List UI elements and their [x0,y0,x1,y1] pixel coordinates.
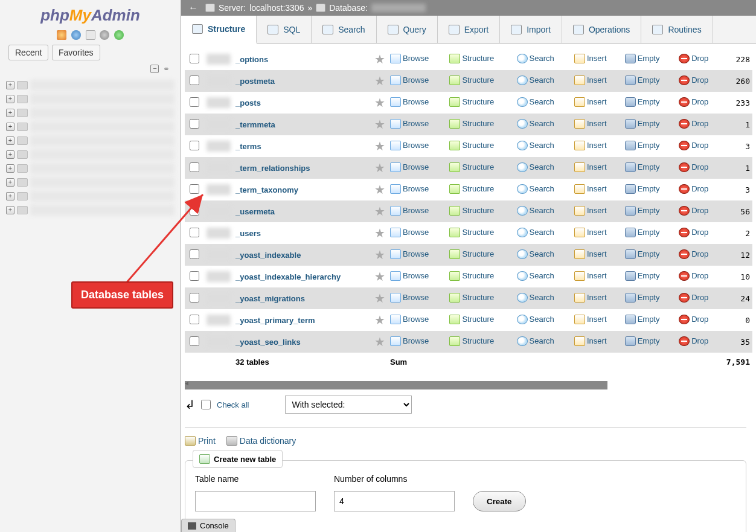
favorite-star-icon[interactable]: ★ [374,118,385,131]
favorite-star-icon[interactable]: ★ [374,335,385,348]
favorite-star-icon[interactable]: ★ [374,205,385,218]
row-checkbox[interactable] [190,228,199,237]
check-all-link[interactable]: Check all [217,400,249,409]
insert-action[interactable]: Insert [574,97,607,107]
empty-action[interactable]: Empty [625,54,660,63]
search-action[interactable]: Search [517,293,554,303]
empty-action[interactable]: Empty [625,184,660,194]
search-action[interactable]: Search [517,206,554,216]
table-name-link[interactable]: _yoast_migrations [235,294,305,303]
tab-structure[interactable]: Structure [181,16,257,43]
tab-operations[interactable]: Operations [562,16,641,43]
favorite-star-icon[interactable]: ★ [374,226,385,240]
row-checkbox[interactable] [190,249,199,259]
favorite-star-icon[interactable]: ★ [374,270,385,283]
create-button[interactable]: Create [473,491,526,511]
insert-action[interactable]: Insert [574,249,607,259]
search-action[interactable]: Search [517,249,554,259]
row-checkbox[interactable] [190,271,199,281]
structure-action[interactable]: Structure [449,54,494,63]
search-action[interactable]: Search [517,141,554,150]
expand-icon[interactable]: + [6,81,14,89]
structure-action[interactable]: Structure [449,293,494,303]
tab-sql[interactable]: SQL [257,16,312,43]
breadcrumb-server-link[interactable]: localhost:3306 [249,3,304,13]
structure-action[interactable]: Structure [449,206,494,216]
tree-item[interactable] [30,80,175,91]
row-checkbox[interactable] [190,184,199,194]
row-checkbox[interactable] [190,336,199,346]
browse-action[interactable]: Browse [390,249,429,259]
table-name-link[interactable]: _yoast_indexable [235,251,301,260]
row-checkbox[interactable] [190,119,199,129]
browse-action[interactable]: Browse [390,184,429,194]
expand-icon[interactable]: + [6,95,14,103]
browse-action[interactable]: Browse [390,141,429,150]
empty-action[interactable]: Empty [625,75,660,85]
empty-action[interactable]: Empty [625,119,660,129]
expand-icon[interactable]: + [6,192,14,200]
insert-action[interactable]: Insert [574,271,607,281]
structure-action[interactable]: Structure [449,75,494,85]
row-checkbox[interactable] [190,315,199,324]
tree-item[interactable] [30,107,175,118]
row-checkbox[interactable] [190,97,199,107]
insert-action[interactable]: Insert [574,141,607,150]
empty-action[interactable]: Empty [625,162,660,172]
drop-action[interactable]: Drop [679,54,708,63]
structure-action[interactable]: Structure [449,315,494,324]
sidebar-tab-recent[interactable]: Recent [8,45,48,60]
print-link[interactable]: Print [185,436,216,446]
browse-action[interactable]: Browse [390,315,429,324]
expand-icon[interactable]: + [6,136,14,145]
search-action[interactable]: Search [517,54,554,63]
insert-action[interactable]: Insert [574,293,607,303]
browse-action[interactable]: Browse [390,336,429,346]
browse-action[interactable]: Browse [390,162,429,172]
drop-action[interactable]: Drop [679,293,708,303]
table-name-link[interactable]: _postmeta [235,77,275,86]
favorite-star-icon[interactable]: ★ [374,53,385,66]
favorite-star-icon[interactable]: ★ [374,248,385,261]
tree-item[interactable] [30,149,175,160]
tree-item[interactable] [30,121,175,132]
tab-query[interactable]: Query [377,16,438,43]
empty-action[interactable]: Empty [625,141,660,150]
tree-item[interactable] [30,191,175,202]
drop-action[interactable]: Drop [679,184,708,194]
insert-action[interactable]: Insert [574,336,607,346]
empty-action[interactable]: Empty [625,315,660,324]
search-action[interactable]: Search [517,315,554,324]
insert-action[interactable]: Insert [574,54,607,63]
collapse-tree-icon[interactable]: − [150,65,159,73]
table-name-link[interactable]: _users [235,229,261,238]
favorite-star-icon[interactable]: ★ [374,139,385,153]
browse-action[interactable]: Browse [390,75,429,85]
drop-action[interactable]: Drop [679,249,708,259]
horizontal-scrollbar[interactable] [185,381,607,389]
table-name-link[interactable]: _options [235,55,268,64]
drop-action[interactable]: Drop [679,141,708,150]
structure-action[interactable]: Structure [449,141,494,150]
expand-icon[interactable]: + [6,178,14,187]
table-name-link[interactable]: _yoast_indexable_hierarchy [235,272,341,281]
table-name-input[interactable] [195,491,316,511]
structure-action[interactable]: Structure [449,97,494,107]
browse-action[interactable]: Browse [390,119,429,129]
row-checkbox[interactable] [190,162,199,172]
search-action[interactable]: Search [517,162,554,172]
expand-icon[interactable]: + [6,123,14,131]
structure-action[interactable]: Structure [449,162,494,172]
home-icon[interactable] [57,30,66,40]
structure-action[interactable]: Structure [449,271,494,281]
search-action[interactable]: Search [517,271,554,281]
drop-action[interactable]: Drop [679,228,708,237]
browse-action[interactable]: Browse [390,228,429,237]
tab-import[interactable]: Import [500,16,562,43]
favorite-star-icon[interactable]: ★ [374,292,385,305]
favorite-star-icon[interactable]: ★ [374,96,385,109]
search-action[interactable]: Search [517,97,554,107]
favorite-star-icon[interactable]: ★ [374,161,385,175]
empty-action[interactable]: Empty [625,97,660,107]
tree-item[interactable] [30,205,175,216]
